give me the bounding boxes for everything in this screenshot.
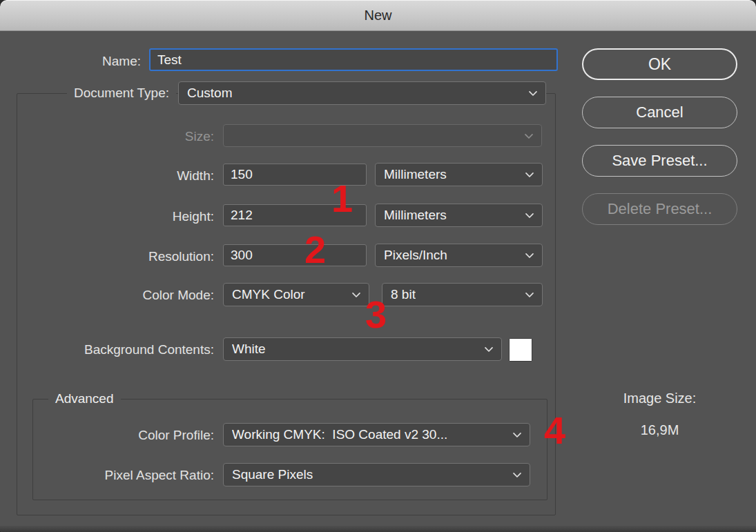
delete-preset-button: Delete Preset... xyxy=(582,193,737,225)
image-size-label: Image Size: xyxy=(582,391,737,406)
resolution-unit-dropdown[interactable]: Pixels/Inch xyxy=(375,244,543,267)
height-label: Height: xyxy=(173,209,214,224)
name-input[interactable] xyxy=(149,48,558,71)
height-unit-value: Millimeters xyxy=(384,208,447,223)
dialog-titlebar[interactable]: New xyxy=(0,0,756,31)
height-unit-dropdown[interactable]: Millimeters xyxy=(375,204,543,227)
document-type-value: Custom xyxy=(187,86,232,101)
background-contents-value: White xyxy=(232,342,266,357)
chevron-down-icon xyxy=(512,432,522,438)
width-unit-dropdown[interactable]: Millimeters xyxy=(375,163,543,186)
color-profile-label: Color Profile: xyxy=(138,428,214,443)
resolution-input[interactable] xyxy=(223,244,367,266)
width-unit-value: Millimeters xyxy=(384,167,447,182)
save-preset-button[interactable]: Save Preset... xyxy=(582,145,737,177)
chevron-down-icon xyxy=(525,172,534,178)
color-mode-dropdown[interactable]: CMYK Color xyxy=(223,283,369,306)
bit-depth-value: 8 bit xyxy=(391,287,416,302)
annotation-number-2: 2 xyxy=(304,230,326,269)
bit-depth-dropdown[interactable]: 8 bit xyxy=(382,283,543,306)
ok-button[interactable]: OK xyxy=(582,48,737,80)
document-type-label: Document Type: xyxy=(67,86,176,101)
annotation-number-1: 1 xyxy=(331,179,353,218)
document-type-dropdown[interactable]: Custom xyxy=(178,81,546,105)
dialog-title: New xyxy=(364,8,391,23)
background-contents-label: Background Contents: xyxy=(84,342,214,357)
color-profile-value: Working CMYK: ISO Coated v2 30... xyxy=(232,427,447,442)
chevron-down-icon xyxy=(528,90,538,97)
resolution-label: Resolution: xyxy=(148,249,214,264)
chevron-down-icon xyxy=(484,346,494,353)
size-label: Size: xyxy=(185,129,214,144)
pixel-aspect-ratio-label: Pixel Aspect Ratio: xyxy=(105,468,214,483)
chevron-down-icon xyxy=(525,292,534,298)
new-document-dialog: New Name: Document Type: Custom Size: Wi… xyxy=(0,0,756,532)
chevron-down-icon xyxy=(351,292,361,298)
color-mode-label: Color Mode: xyxy=(143,288,215,303)
color-mode-value: CMYK Color xyxy=(232,287,305,302)
cancel-button[interactable]: Cancel xyxy=(582,97,737,128)
name-label: Name: xyxy=(102,54,141,69)
color-profile-dropdown[interactable]: Working CMYK: ISO Coated v2 30... xyxy=(223,423,530,446)
size-dropdown xyxy=(223,124,542,147)
dialog-bottom-edge xyxy=(0,526,756,532)
annotation-number-3: 3 xyxy=(365,295,387,334)
pixel-aspect-ratio-dropdown[interactable]: Square Pixels xyxy=(223,463,530,486)
background-color-swatch xyxy=(509,338,532,362)
resolution-unit-value: Pixels/Inch xyxy=(384,248,447,263)
width-label: Width: xyxy=(177,168,214,184)
annotation-number-4: 4 xyxy=(544,411,565,450)
chevron-down-icon xyxy=(512,472,522,478)
advanced-legend: Advanced xyxy=(48,391,121,406)
background-contents-dropdown[interactable]: White xyxy=(223,337,502,361)
chevron-down-icon xyxy=(525,213,534,219)
chevron-down-icon xyxy=(525,253,534,259)
image-size-value: 16,9M xyxy=(582,422,737,438)
chevron-down-icon xyxy=(524,133,534,139)
pixel-aspect-ratio-value: Square Pixels xyxy=(232,467,313,482)
